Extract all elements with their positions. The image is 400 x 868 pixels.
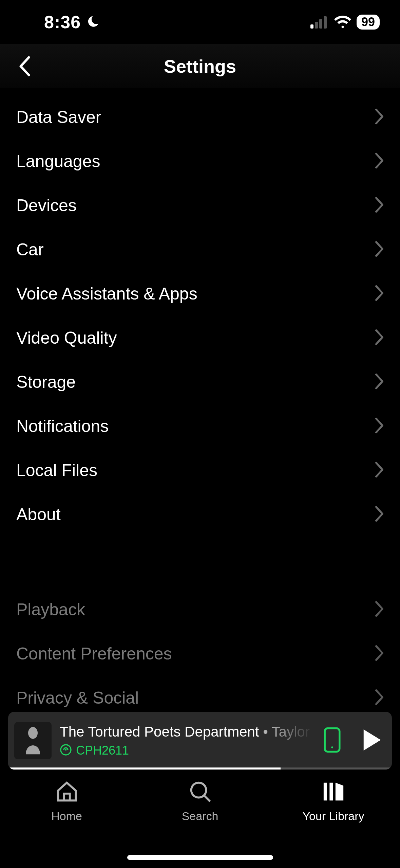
settings-item-languages[interactable]: Languages: [0, 139, 400, 183]
svg-rect-1: [315, 22, 318, 29]
library-icon: [322, 780, 345, 805]
chevron-right-icon: [375, 689, 384, 707]
chevron-right-icon: [375, 285, 384, 303]
svg-rect-2: [319, 19, 322, 29]
home-icon: [55, 780, 79, 805]
status-left: 8:36: [44, 12, 100, 32]
settings-item-video-quality[interactable]: Video Quality: [0, 316, 400, 360]
page-title: Settings: [164, 56, 236, 77]
search-icon: [188, 780, 212, 805]
nav-label: Home: [51, 810, 82, 823]
settings-item-content-preferences[interactable]: Content Preferences: [0, 632, 400, 676]
svg-point-8: [331, 746, 333, 748]
chevron-right-icon: [375, 152, 384, 170]
svg-line-11: [204, 796, 210, 802]
svg-point-4: [28, 727, 38, 739]
now-playing-bar[interactable]: The Tortured Poets Department • Taylor S…: [8, 712, 392, 770]
svg-rect-13: [329, 783, 333, 801]
status-right: 99: [310, 15, 380, 30]
chevron-right-icon: [375, 329, 384, 347]
settings-label: Video Quality: [16, 328, 117, 348]
settings-label: Local Files: [16, 460, 97, 480]
chevron-right-icon: [375, 241, 384, 258]
chevron-right-icon: [375, 373, 384, 391]
play-button[interactable]: [362, 728, 382, 753]
chevron-right-icon: [375, 506, 384, 523]
settings-label: About: [16, 505, 61, 524]
svg-rect-12: [323, 783, 327, 801]
svg-marker-14: [335, 783, 343, 801]
settings-label: Playback: [16, 600, 85, 619]
settings-label: Voice Assistants & Apps: [16, 284, 197, 304]
track-title: The Tortured Poets Department: [60, 724, 259, 740]
track-artist: Taylor Swift: [272, 724, 315, 740]
connect-device-button[interactable]: [323, 726, 342, 755]
now-playing-info[interactable]: The Tortured Poets Department • Taylor S…: [60, 724, 315, 758]
settings-item-about[interactable]: About: [0, 492, 400, 537]
do-not-disturb-moon-icon: [85, 15, 100, 29]
home-indicator[interactable]: [127, 855, 273, 860]
status-time: 8:36: [44, 12, 81, 32]
now-playing-device-row[interactable]: CPH2611: [60, 743, 315, 758]
settings-label: Car: [16, 240, 44, 259]
settings-label: Languages: [16, 151, 100, 171]
settings-item-data-saver[interactable]: Data Saver: [0, 95, 400, 139]
settings-label: Storage: [16, 372, 76, 392]
nav-label: Search: [182, 810, 218, 823]
wifi-icon: [334, 16, 351, 29]
chevron-right-icon: [375, 462, 384, 479]
device-name: CPH2611: [76, 743, 129, 758]
settings-label: Notifications: [16, 416, 109, 436]
settings-label: Content Preferences: [16, 644, 172, 664]
album-art[interactable]: [14, 722, 52, 759]
nav-home[interactable]: Home: [1, 780, 133, 868]
nav-your-library[interactable]: Your Library: [267, 780, 399, 868]
settings-item-voice-assistants[interactable]: Voice Assistants & Apps: [0, 272, 400, 316]
svg-rect-3: [324, 16, 327, 29]
svg-rect-0: [310, 24, 313, 29]
battery-level-badge: 99: [357, 15, 380, 30]
chevron-right-icon: [375, 601, 384, 618]
chevron-right-icon: [375, 645, 384, 663]
svg-point-6: [65, 749, 67, 751]
settings-item-storage[interactable]: Storage: [0, 360, 400, 404]
status-bar: 8:36 99: [0, 0, 400, 44]
now-playing-controls: [323, 726, 382, 755]
svg-point-10: [191, 783, 206, 798]
settings-item-playback[interactable]: Playback: [0, 587, 400, 632]
settings-item-local-files[interactable]: Local Files: [0, 448, 400, 492]
play-icon: [362, 728, 382, 752]
section-divider: [0, 537, 400, 587]
chevron-right-icon: [375, 417, 384, 435]
title-separator: •: [263, 724, 268, 740]
nav-search[interactable]: Search: [134, 780, 266, 868]
chevron-right-icon: [375, 197, 384, 214]
nav-label: Your Library: [302, 810, 364, 823]
settings-header: Settings: [0, 44, 400, 88]
bottom-nav: Home Search Your Library: [0, 770, 400, 868]
settings-label: Privacy & Social: [16, 688, 139, 708]
cast-icon: [60, 744, 72, 757]
settings-label: Data Saver: [16, 107, 101, 127]
settings-list[interactable]: Data Saver Languages Devices Car Voice A…: [0, 88, 400, 720]
settings-item-car[interactable]: Car: [0, 228, 400, 272]
svg-marker-9: [364, 729, 381, 751]
settings-label: Devices: [16, 196, 77, 215]
chevron-left-icon: [19, 56, 32, 76]
settings-item-devices[interactable]: Devices: [0, 183, 400, 228]
now-playing-title-row: The Tortured Poets Department • Taylor S…: [60, 724, 315, 740]
back-button[interactable]: [10, 44, 41, 88]
chevron-right-icon: [375, 108, 384, 126]
album-art-placeholder-icon: [21, 725, 45, 756]
cellular-signal-icon: [310, 16, 329, 29]
settings-item-notifications[interactable]: Notifications: [0, 404, 400, 448]
